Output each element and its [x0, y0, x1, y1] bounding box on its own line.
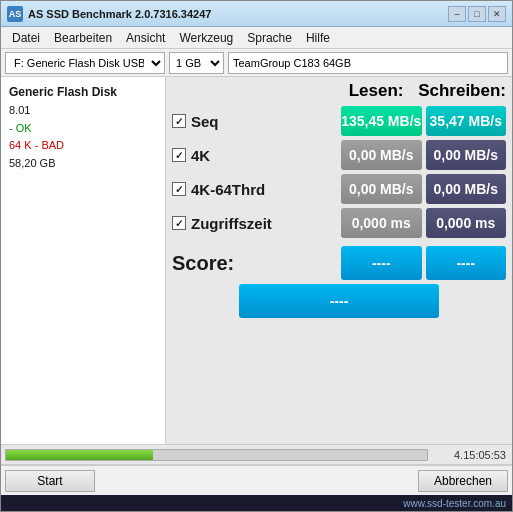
- disk-name: Generic Flash Disk: [9, 85, 157, 99]
- disk-info: 8.01 - OK 64 K - BAD 58,20 GB: [9, 102, 157, 172]
- seq-checkbox[interactable]: ✓: [172, 114, 186, 128]
- title-buttons: – □ ✕: [448, 6, 506, 22]
- watermark-bar: www.ssd-tester.com.au: [1, 495, 512, 511]
- seq-schreiben: 35,47 MB/s: [426, 106, 507, 136]
- header-spacer: [172, 81, 334, 101]
- app-icon: AS: [7, 6, 23, 22]
- bench-row-4k64: ✓ 4K-64Thrd 0,00 MB/s 0,00 MB/s: [172, 172, 506, 206]
- score-total: ----: [239, 284, 439, 318]
- 4k-checkbox[interactable]: ✓: [172, 148, 186, 162]
- 4k-label: ✓ 4K: [172, 147, 337, 164]
- watermark-text: www.ssd-tester.com.au: [403, 498, 506, 509]
- progress-container: 4.15:05:53: [1, 445, 512, 465]
- score-label: Score:: [172, 252, 337, 275]
- progress-fill: [6, 450, 153, 460]
- zugriff-schreiben: 0,000 ms: [426, 208, 507, 238]
- bench-row-zugriff: ✓ Zugriffszeit 0,000 ms 0,000 ms: [172, 206, 506, 240]
- bench-row-seq: ✓ Seq 135,45 MB/s 35,47 MB/s: [172, 104, 506, 138]
- drive-name-field[interactable]: [228, 52, 508, 74]
- drive-select[interactable]: F: Generic Flash Disk USB Device: [5, 52, 165, 74]
- menu-werkzeug[interactable]: Werkzeug: [172, 29, 240, 47]
- score-lesen: ----: [341, 246, 422, 280]
- disk-ok: - OK: [9, 120, 157, 138]
- menu-sprache[interactable]: Sprache: [240, 29, 299, 47]
- left-panel: Generic Flash Disk 8.01 - OK 64 K - BAD …: [1, 77, 166, 444]
- score-row: Score: ---- ----: [172, 246, 506, 280]
- header-lesen: Lesen:: [334, 81, 418, 101]
- menu-bearbeiten[interactable]: Bearbeiten: [47, 29, 119, 47]
- main-window: AS AS SSD Benchmark 2.0.7316.34247 – □ ✕…: [0, 0, 513, 512]
- seq-label: ✓ Seq: [172, 113, 337, 130]
- disk-size: 58,20 GB: [9, 155, 157, 173]
- 4k-schreiben: 0,00 MB/s: [426, 140, 507, 170]
- zugriff-label: ✓ Zugriffszeit: [172, 215, 337, 232]
- menu-datei[interactable]: Datei: [5, 29, 47, 47]
- progress-track: [5, 449, 428, 461]
- 4k64-schreiben: 0,00 MB/s: [426, 174, 507, 204]
- main-content: Generic Flash Disk 8.01 - OK 64 K - BAD …: [1, 77, 512, 444]
- zugriff-lesen: 0,000 ms: [341, 208, 422, 238]
- close-button[interactable]: ✕: [488, 6, 506, 22]
- status-bar: Start Abbrechen: [1, 465, 512, 495]
- size-select[interactable]: 1 GB: [169, 52, 224, 74]
- minimize-button[interactable]: –: [448, 6, 466, 22]
- bench-headers: Lesen: Schreiben:: [172, 81, 506, 101]
- score-total-container: ----: [172, 284, 506, 318]
- cancel-button[interactable]: Abbrechen: [418, 470, 508, 492]
- 4k64-lesen: 0,00 MB/s: [341, 174, 422, 204]
- progress-time: 4.15:05:53: [454, 449, 506, 461]
- bench-row-4k: ✓ 4K 0,00 MB/s 0,00 MB/s: [172, 138, 506, 172]
- disk-version: 8.01: [9, 102, 157, 120]
- score-section: Score: ---- ---- ----: [172, 246, 506, 318]
- menu-ansicht[interactable]: Ansicht: [119, 29, 172, 47]
- seq-lesen: 135,45 MB/s: [341, 106, 422, 136]
- score-schreiben: ----: [426, 246, 507, 280]
- toolbar: F: Generic Flash Disk USB Device 1 GB: [1, 49, 512, 77]
- maximize-button[interactable]: □: [468, 6, 486, 22]
- 4k64-label: ✓ 4K-64Thrd: [172, 181, 337, 198]
- start-button[interactable]: Start: [5, 470, 95, 492]
- zugriff-checkbox[interactable]: ✓: [172, 216, 186, 230]
- bench-area: Lesen: Schreiben: ✓ Seq 135,45 MB/s 35,4…: [166, 77, 512, 444]
- 4k64-checkbox[interactable]: ✓: [172, 182, 186, 196]
- 4k-lesen: 0,00 MB/s: [341, 140, 422, 170]
- menu-hilfe[interactable]: Hilfe: [299, 29, 337, 47]
- header-schreiben: Schreiben:: [418, 81, 506, 101]
- title-bar: AS AS SSD Benchmark 2.0.7316.34247 – □ ✕: [1, 1, 512, 27]
- bottom-area: 4.15:05:53 Start Abbrechen www.ssd-teste…: [1, 444, 512, 511]
- disk-bad: 64 K - BAD: [9, 137, 157, 155]
- window-title: AS SSD Benchmark 2.0.7316.34247: [28, 8, 448, 20]
- menu-bar: Datei Bearbeiten Ansicht Werkzeug Sprach…: [1, 27, 512, 49]
